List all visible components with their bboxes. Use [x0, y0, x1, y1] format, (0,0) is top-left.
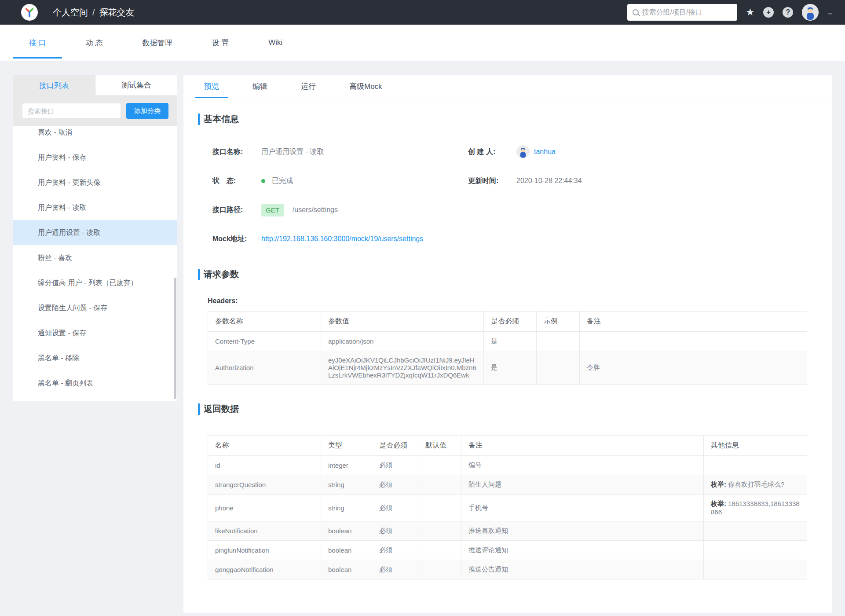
detail-tabs: 预览 编辑 运行 高级Mock — [183, 75, 832, 98]
cell-other-info — [704, 521, 807, 541]
updated-time-label: 更新时间: — [468, 176, 516, 186]
tab-advanced-mock[interactable]: 高级Mock — [345, 75, 386, 98]
response-table: 名称 类型 是否必须 默认值 备注 其他信息 id integer 必须 编号 — [208, 435, 807, 579]
column-header: 备注 — [461, 436, 704, 456]
list-item[interactable]: 用户资料 - 读取 — [13, 195, 177, 220]
status-label: 状 态: — [212, 176, 261, 186]
interface-name-value: 用户通用设置 - 读取 — [261, 147, 324, 157]
breadcrumb-project[interactable]: 探花交友 — [99, 7, 135, 18]
global-search-input[interactable] — [642, 8, 733, 16]
table-row: pinglunNotification boolean 必须 推送评论通知 — [208, 541, 807, 560]
help-icon[interactable]: ? — [783, 7, 793, 18]
search-icon — [633, 9, 639, 15]
cell-default — [418, 475, 461, 495]
star-icon[interactable]: ★ — [746, 7, 755, 17]
list-item[interactable]: 黑名单 - 移除 — [13, 345, 177, 370]
cell-field-name: strangerQuestion — [208, 475, 321, 495]
add-project-icon[interactable]: + — [763, 7, 774, 18]
cell-field-name: gonggaoNotification — [208, 560, 321, 579]
tab-data-manage[interactable]: 数据管理 — [141, 25, 173, 61]
enum-label: 枚举: — [711, 500, 726, 507]
tab-run[interactable]: 运行 — [297, 75, 320, 98]
cell-required: 必须 — [372, 521, 418, 541]
column-header: 是否必须 — [484, 312, 537, 332]
cell-remark: 推送评论通知 — [461, 541, 704, 560]
cell-remark — [580, 332, 807, 351]
method-get-badge: GET — [261, 204, 284, 216]
tab-wiki[interactable]: Wiki — [267, 25, 283, 61]
cell-default — [418, 541, 461, 560]
sidebar-tab-test-collection[interactable]: 测试集合 — [95, 75, 177, 96]
section-title-request-params: 请求参数 — [198, 268, 832, 280]
column-header: 名称 — [208, 436, 321, 456]
path-label: 接口路径: — [212, 205, 261, 215]
user-avatar[interactable] — [802, 4, 819, 21]
tab-activity[interactable]: 动 态 — [85, 25, 104, 61]
sidebar-tab-interface-list[interactable]: 接口列表 — [13, 75, 95, 96]
tab-settings[interactable]: 设 置 — [211, 25, 230, 61]
cell-field-name: pinglunNotification — [208, 541, 321, 560]
creator-avatar[interactable] — [516, 145, 530, 158]
cell-type: integer — [321, 456, 372, 475]
list-item[interactable]: 粉丝 - 喜欢 — [13, 245, 177, 270]
cell-remark: 令牌 — [580, 351, 807, 385]
list-item[interactable]: 喜欢 - 取消 — [13, 126, 177, 145]
tab-preview[interactable]: 预览 — [200, 75, 223, 98]
interface-detail-panel: 预览 编辑 运行 高级Mock 基本信息 接口名称: 用户通用设置 - 读取 创… — [183, 75, 832, 613]
cell-example — [537, 332, 580, 351]
table-row: Content-Type application/json 是 — [208, 332, 807, 351]
status-value: 已完成 — [272, 176, 293, 186]
chevron-down-icon[interactable]: ⌄ — [827, 9, 834, 16]
status-done-dot — [261, 179, 265, 183]
cell-field-name: phone — [208, 495, 321, 521]
column-header: 示例 — [537, 312, 580, 332]
cell-required: 必须 — [372, 541, 418, 560]
column-header: 类型 — [321, 436, 372, 456]
headers-table: 参数名称 参数值 是否必须 示例 备注 Content-Type applica… — [208, 311, 807, 385]
project-nav: 接 口 动 态 数据管理 设 置 Wiki — [0, 25, 845, 61]
interface-list: 喜欢 - 取消 用户资料 - 保存 用户资料 - 更新头像 用户资料 - 读取 … — [13, 126, 177, 400]
add-category-button[interactable]: 添加分类 — [126, 103, 168, 119]
headers-label: Headers: — [208, 297, 832, 305]
cell-other-info — [704, 560, 807, 579]
yapi-logo-icon[interactable] — [21, 4, 38, 21]
cell-required: 必须 — [372, 495, 418, 521]
cell-param-value: eyJ0eXAiOiJKV1QiLCJhbGciOiJIUzI1NiJ9.eyJ… — [321, 351, 484, 385]
list-item[interactable]: 缘分值高 用户 - 列表（已废弃） — [13, 270, 177, 295]
column-header: 参数名称 — [208, 312, 321, 332]
basic-info-grid: 接口名称: 用户通用设置 - 读取 创 建 人: tanhua — [212, 145, 832, 246]
cell-default — [418, 456, 461, 475]
cell-remark: 推送公告通知 — [461, 560, 704, 579]
sidebar-scrollbar[interactable] — [174, 278, 176, 399]
list-item[interactable]: 用户资料 - 保存 — [13, 145, 177, 170]
section-title-basic-info: 基本信息 — [198, 113, 832, 125]
cell-type: boolean — [321, 541, 372, 560]
cell-required: 必须 — [372, 456, 418, 475]
interface-search-input[interactable] — [22, 103, 121, 119]
cell-remark: 编号 — [461, 456, 704, 475]
section-title-response-data: 返回数据 — [198, 403, 832, 415]
breadcrumb-group[interactable]: 个人空间 — [53, 7, 88, 18]
interface-name-label: 接口名称: — [212, 147, 261, 157]
cell-other-info: 枚举:你喜欢打羽毛球么? — [704, 475, 807, 495]
mock-url-link[interactable]: http://192.168.136.160:3000/mock/19/user… — [261, 235, 423, 243]
tab-edit[interactable]: 编辑 — [249, 75, 271, 98]
table-row: Authorization eyJ0eXAiOiJKV1QiLCJhbGciOi… — [208, 351, 807, 385]
cell-type: boolean — [321, 521, 372, 541]
cell-default — [418, 521, 461, 541]
list-item[interactable]: 设置陌生人问题 - 保存 — [13, 295, 177, 320]
list-item[interactable]: 用户资料 - 更新头像 — [13, 170, 177, 195]
column-header: 是否必须 — [372, 436, 418, 456]
creator-name-link[interactable]: tanhua — [534, 148, 556, 156]
list-item[interactable]: 黑名单 - 翻页列表 — [13, 370, 177, 396]
cell-default — [418, 495, 461, 521]
cell-remark: 推送喜欢通知 — [461, 521, 704, 541]
cell-required: 是 — [484, 351, 537, 385]
list-item[interactable]: 通知设置 - 保存 — [13, 320, 177, 345]
cell-required: 必须 — [372, 475, 418, 495]
table-row: phone string 必须 手机号 枚举:18613338833,18613… — [208, 495, 807, 521]
breadcrumb: 个人空间 / 探花交友 — [53, 7, 135, 18]
list-item-selected[interactable]: 用户通用设置 - 读取 — [13, 220, 177, 245]
table-header-row: 名称 类型 是否必须 默认值 备注 其他信息 — [208, 436, 807, 456]
tab-interface[interactable]: 接 口 — [28, 25, 47, 61]
